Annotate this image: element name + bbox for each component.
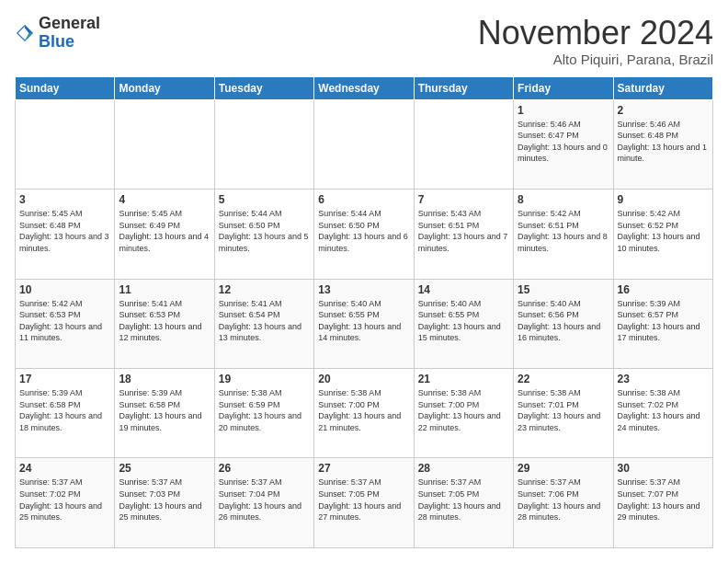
calendar-cell: 8Sunrise: 5:42 AM Sunset: 6:51 PM Daylig… [514, 190, 613, 279]
calendar-cell: 12Sunrise: 5:41 AM Sunset: 6:54 PM Dayli… [214, 279, 313, 368]
day-number: 18 [119, 373, 210, 385]
day-number: 21 [418, 373, 509, 385]
calendar-cell: 13Sunrise: 5:40 AM Sunset: 6:55 PM Dayli… [314, 279, 414, 368]
calendar-week-3: 10Sunrise: 5:42 AM Sunset: 6:53 PM Dayli… [16, 279, 713, 368]
day-number: 5 [219, 193, 310, 206]
day-info: Sunrise: 5:40 AM Sunset: 6:55 PM Dayligh… [418, 298, 509, 344]
calendar-cell: 5Sunrise: 5:44 AM Sunset: 6:50 PM Daylig… [214, 190, 313, 279]
calendar-cell: 10Sunrise: 5:42 AM Sunset: 6:53 PM Dayli… [16, 279, 115, 368]
logo-text: General Blue [39, 15, 100, 52]
day-number: 27 [318, 462, 409, 475]
day-info: Sunrise: 5:42 AM Sunset: 6:53 PM Dayligh… [19, 298, 110, 344]
logo-icon [15, 23, 35, 43]
weekday-header-row: Sunday Monday Tuesday Wednesday Thursday… [16, 76, 713, 99]
col-thursday: Thursday [414, 76, 513, 99]
day-number: 7 [418, 193, 509, 206]
calendar-cell: 2Sunrise: 5:46 AM Sunset: 6:48 PM Daylig… [613, 99, 712, 189]
day-number: 23 [618, 373, 709, 385]
calendar-cell: 1Sunrise: 5:46 AM Sunset: 6:47 PM Daylig… [514, 99, 613, 189]
day-number: 20 [318, 373, 409, 385]
day-info: Sunrise: 5:45 AM Sunset: 6:49 PM Dayligh… [119, 208, 210, 254]
calendar-body: 1Sunrise: 5:46 AM Sunset: 6:47 PM Daylig… [16, 99, 713, 547]
col-tuesday: Tuesday [214, 76, 313, 99]
day-number: 3 [19, 193, 110, 206]
day-info: Sunrise: 5:37 AM Sunset: 7:05 PM Dayligh… [318, 477, 409, 523]
day-info: Sunrise: 5:40 AM Sunset: 6:55 PM Dayligh… [318, 298, 409, 344]
calendar-cell: 4Sunrise: 5:45 AM Sunset: 6:49 PM Daylig… [115, 190, 214, 279]
calendar-cell: 27Sunrise: 5:37 AM Sunset: 7:05 PM Dayli… [314, 458, 414, 548]
day-info: Sunrise: 5:46 AM Sunset: 6:47 PM Dayligh… [518, 119, 609, 165]
day-number: 30 [618, 462, 709, 475]
calendar-cell [16, 99, 115, 189]
day-number: 14 [418, 283, 509, 296]
day-number: 19 [219, 373, 310, 385]
calendar-cell: 23Sunrise: 5:38 AM Sunset: 7:02 PM Dayli… [613, 369, 712, 458]
day-info: Sunrise: 5:37 AM Sunset: 7:07 PM Dayligh… [618, 477, 709, 523]
day-info: Sunrise: 5:41 AM Sunset: 6:54 PM Dayligh… [219, 298, 310, 344]
calendar-cell: 17Sunrise: 5:39 AM Sunset: 6:58 PM Dayli… [16, 369, 115, 458]
title-block: November 2024 Alto Piquiri, Parana, Braz… [478, 15, 713, 67]
day-number: 10 [19, 283, 110, 296]
calendar-table: Sunday Monday Tuesday Wednesday Thursday… [15, 76, 713, 548]
day-info: Sunrise: 5:45 AM Sunset: 6:48 PM Dayligh… [19, 208, 110, 254]
day-info: Sunrise: 5:37 AM Sunset: 7:02 PM Dayligh… [19, 477, 110, 523]
calendar-cell: 16Sunrise: 5:39 AM Sunset: 6:57 PM Dayli… [613, 279, 712, 368]
calendar-cell: 7Sunrise: 5:43 AM Sunset: 6:51 PM Daylig… [414, 190, 513, 279]
subtitle: Alto Piquiri, Parana, Brazil [478, 52, 713, 67]
page: General Blue November 2024 Alto Piquiri,… [0, 0, 728, 563]
day-info: Sunrise: 5:42 AM Sunset: 6:51 PM Dayligh… [518, 208, 609, 254]
col-sunday: Sunday [16, 76, 115, 99]
day-info: Sunrise: 5:46 AM Sunset: 6:48 PM Dayligh… [618, 119, 709, 165]
day-number: 1 [518, 104, 609, 117]
day-number: 25 [119, 462, 210, 475]
day-number: 16 [618, 283, 709, 296]
day-number: 15 [518, 283, 609, 296]
day-number: 22 [518, 373, 609, 385]
calendar-cell: 21Sunrise: 5:38 AM Sunset: 7:00 PM Dayli… [414, 369, 513, 458]
col-wednesday: Wednesday [314, 76, 414, 99]
day-info: Sunrise: 5:38 AM Sunset: 7:02 PM Dayligh… [618, 387, 709, 433]
calendar-cell: 14Sunrise: 5:40 AM Sunset: 6:55 PM Dayli… [414, 279, 513, 368]
day-number: 12 [219, 283, 310, 296]
day-info: Sunrise: 5:39 AM Sunset: 6:58 PM Dayligh… [119, 387, 210, 433]
day-info: Sunrise: 5:38 AM Sunset: 7:00 PM Dayligh… [418, 387, 509, 433]
day-number: 13 [318, 283, 409, 296]
calendar-cell [115, 99, 214, 189]
day-number: 28 [418, 462, 509, 475]
calendar-cell: 30Sunrise: 5:37 AM Sunset: 7:07 PM Dayli… [613, 458, 712, 548]
day-number: 24 [19, 462, 110, 475]
calendar-cell: 6Sunrise: 5:44 AM Sunset: 6:50 PM Daylig… [314, 190, 414, 279]
calendar-cell: 19Sunrise: 5:38 AM Sunset: 6:59 PM Dayli… [214, 369, 313, 458]
calendar-cell [414, 99, 513, 189]
day-info: Sunrise: 5:37 AM Sunset: 7:05 PM Dayligh… [418, 477, 509, 523]
calendar-cell: 24Sunrise: 5:37 AM Sunset: 7:02 PM Dayli… [16, 458, 115, 548]
calendar-cell: 20Sunrise: 5:38 AM Sunset: 7:00 PM Dayli… [314, 369, 414, 458]
day-number: 17 [19, 373, 110, 385]
col-saturday: Saturday [613, 76, 712, 99]
day-number: 4 [119, 193, 210, 206]
calendar-cell: 29Sunrise: 5:37 AM Sunset: 7:06 PM Dayli… [514, 458, 613, 548]
calendar-cell: 28Sunrise: 5:37 AM Sunset: 7:05 PM Dayli… [414, 458, 513, 548]
calendar-week-2: 3Sunrise: 5:45 AM Sunset: 6:48 PM Daylig… [16, 190, 713, 279]
day-info: Sunrise: 5:38 AM Sunset: 7:01 PM Dayligh… [518, 387, 609, 433]
day-number: 8 [518, 193, 609, 206]
header: General Blue November 2024 Alto Piquiri,… [15, 15, 713, 67]
day-number: 2 [618, 104, 709, 117]
calendar-cell: 3Sunrise: 5:45 AM Sunset: 6:48 PM Daylig… [16, 190, 115, 279]
day-number: 6 [318, 193, 409, 206]
day-info: Sunrise: 5:37 AM Sunset: 7:04 PM Dayligh… [219, 477, 310, 523]
calendar-cell [314, 99, 414, 189]
day-number: 9 [618, 193, 709, 206]
calendar-cell: 25Sunrise: 5:37 AM Sunset: 7:03 PM Dayli… [115, 458, 214, 548]
day-info: Sunrise: 5:44 AM Sunset: 6:50 PM Dayligh… [318, 208, 409, 254]
day-number: 26 [219, 462, 310, 475]
calendar-week-4: 17Sunrise: 5:39 AM Sunset: 6:58 PM Dayli… [16, 369, 713, 458]
logo: General Blue [15, 15, 100, 52]
day-info: Sunrise: 5:39 AM Sunset: 6:58 PM Dayligh… [19, 387, 110, 433]
day-info: Sunrise: 5:38 AM Sunset: 7:00 PM Dayligh… [318, 387, 409, 433]
col-friday: Friday [514, 76, 613, 99]
day-info: Sunrise: 5:41 AM Sunset: 6:53 PM Dayligh… [119, 298, 210, 344]
col-monday: Monday [115, 76, 214, 99]
day-info: Sunrise: 5:37 AM Sunset: 7:06 PM Dayligh… [518, 477, 609, 523]
calendar-cell: 26Sunrise: 5:37 AM Sunset: 7:04 PM Dayli… [214, 458, 313, 548]
